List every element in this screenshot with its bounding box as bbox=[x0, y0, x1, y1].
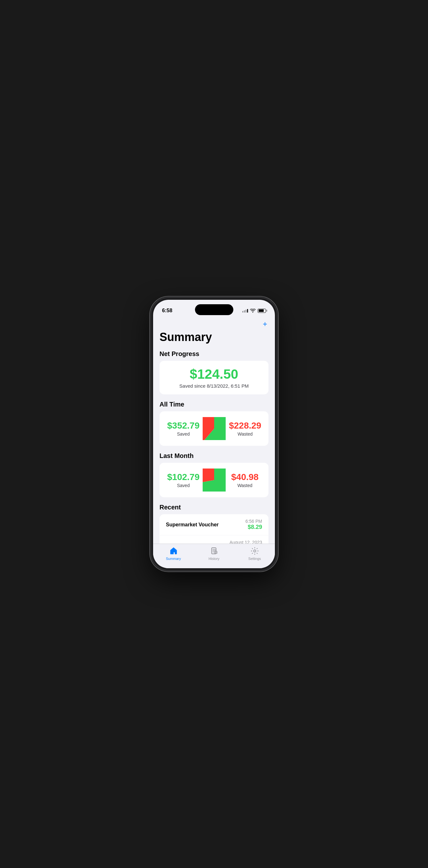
svg-point-3 bbox=[205, 471, 223, 489]
phone-screen: 6:58 bbox=[153, 300, 275, 568]
recent-item-1-time: 6:56 PM bbox=[245, 519, 262, 524]
recent-section-title: Recent bbox=[159, 504, 269, 511]
tab-history-label: History bbox=[208, 557, 219, 561]
net-progress-section-title: Net Progress bbox=[159, 350, 269, 358]
history-icon bbox=[210, 547, 219, 555]
last-month-saved-amount: $102.79 bbox=[167, 472, 200, 482]
svg-point-1 bbox=[205, 420, 223, 437]
tab-history[interactable]: History bbox=[194, 547, 234, 561]
last-month-wasted: $40.98 Wasted bbox=[229, 472, 261, 488]
recent-item-1-name: Supermarket Voucher bbox=[166, 522, 219, 528]
last-month-pie-chart bbox=[203, 468, 226, 492]
signal-icon bbox=[242, 309, 248, 313]
gear-icon bbox=[250, 547, 259, 555]
net-progress-card: $124.50 Saved since 8/13/2022, 6:51 PM bbox=[159, 361, 269, 394]
tab-summary-label: Summary bbox=[166, 557, 181, 561]
all-time-section-title: All Time bbox=[159, 401, 269, 408]
wifi-icon bbox=[250, 309, 256, 313]
recent-item-1[interactable]: Supermarket Voucher 6:56 PM $8.29 bbox=[159, 514, 269, 535]
main-content: + Summary Net Progress $124.50 Saved sin… bbox=[153, 317, 275, 544]
tab-summary[interactable]: Summary bbox=[153, 547, 194, 561]
home-icon bbox=[169, 547, 178, 555]
recent-item-2-right: August 12, 2023 $5.99 bbox=[230, 540, 262, 544]
status-icons bbox=[242, 309, 266, 313]
last-month-saved: $102.79 Saved bbox=[167, 472, 200, 488]
net-progress-amount: $124.50 bbox=[166, 367, 262, 382]
status-time: 6:58 bbox=[162, 308, 172, 313]
last-month-wasted-label: Wasted bbox=[229, 483, 261, 488]
last-month-wasted-amount: $40.98 bbox=[229, 472, 261, 482]
all-time-saved-label: Saved bbox=[167, 431, 200, 437]
recent-item-2-time: August 12, 2023 bbox=[230, 540, 262, 544]
recent-item-1-amount: $8.29 bbox=[245, 524, 262, 530]
recent-item-1-right: 6:56 PM $8.29 bbox=[245, 519, 262, 530]
battery-icon bbox=[257, 309, 266, 313]
last-month-saved-label: Saved bbox=[167, 483, 200, 488]
all-time-wasted-amount: $228.29 bbox=[229, 421, 261, 431]
recent-card: Supermarket Voucher 6:56 PM $8.29 Forgot… bbox=[159, 514, 269, 544]
last-month-card: $102.79 Saved $40.98 Wasted bbox=[159, 463, 269, 497]
all-time-wasted-label: Wasted bbox=[229, 431, 261, 437]
svg-point-11 bbox=[253, 550, 256, 552]
battery-fill bbox=[258, 309, 264, 312]
all-time-wasted: $228.29 Wasted bbox=[229, 421, 261, 437]
all-time-pie-chart bbox=[203, 417, 226, 440]
all-time-card: $352.79 Saved $228.29 Wasted bbox=[159, 411, 269, 446]
page-title: Summary bbox=[159, 331, 269, 344]
dynamic-island bbox=[195, 304, 233, 315]
recent-item-2[interactable]: Forgotten Subscription August 12, 2023 $… bbox=[159, 535, 269, 544]
net-progress-subtitle: Saved since 8/13/2022, 6:51 PM bbox=[166, 383, 262, 389]
tab-settings-label: Settings bbox=[248, 557, 261, 561]
add-button[interactable]: + bbox=[262, 318, 269, 330]
last-month-section-title: Last Month bbox=[159, 452, 269, 460]
phone-frame: 6:58 bbox=[151, 298, 277, 570]
tab-bar: Summary History bbox=[153, 544, 275, 568]
all-time-saved-amount: $352.79 bbox=[167, 421, 200, 431]
header-row: + bbox=[159, 317, 269, 330]
tab-settings[interactable]: Settings bbox=[234, 547, 275, 561]
all-time-saved: $352.79 Saved bbox=[167, 421, 200, 437]
